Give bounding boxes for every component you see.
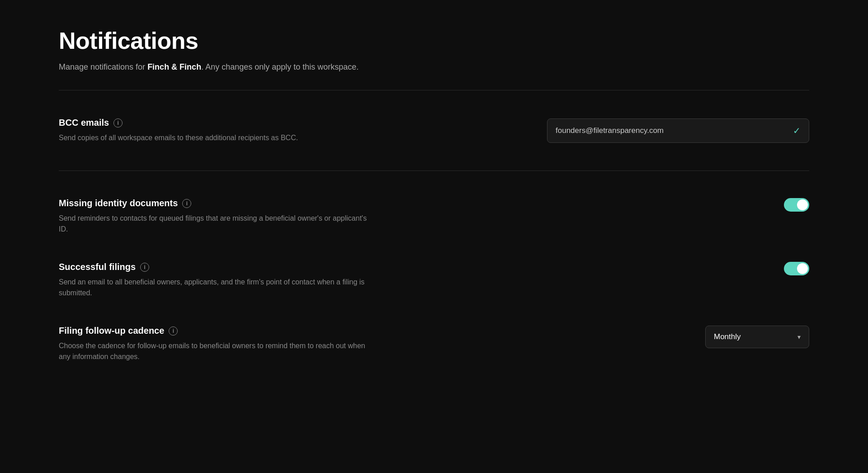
filing-cadence-description: Choose the cadence for follow-up emails … [59, 341, 375, 362]
subtitle-prefix: Manage notifications for [59, 62, 147, 71]
filing-cadence-info: Filing follow-up cadence i Choose the ca… [59, 326, 375, 362]
successful-filings-toggle-control [784, 262, 809, 275]
bcc-emails-control: founders@filetransparency.com ✓ [547, 118, 809, 143]
successful-filings-description: Send an email to all beneficial owners, … [59, 277, 375, 298]
bcc-emails-info: BCC emails i Send copies of all workspac… [59, 118, 375, 143]
bcc-email-input[interactable]: founders@filetransparency.com [556, 126, 788, 135]
bcc-emails-info-icon: i [113, 118, 123, 128]
filing-cadence-dropdown-control: Monthly ▾ [705, 326, 809, 348]
filing-cadence-section: Filing follow-up cadence i Choose the ca… [59, 312, 809, 376]
successful-filings-section: Successful filings i Send an email to al… [59, 248, 809, 312]
filing-cadence-label: Filing follow-up cadence [59, 326, 164, 336]
chevron-down-icon: ▾ [797, 333, 801, 341]
filing-cadence-title: Filing follow-up cadence i [59, 326, 375, 336]
bcc-emails-description: Send copies of all workspace emails to t… [59, 132, 375, 143]
subtitle-suffix: . Any changes only apply to this workspa… [201, 62, 359, 71]
check-icon: ✓ [793, 125, 801, 136]
successful-filings-toggle-thumb [797, 263, 808, 274]
successful-filings-info-icon: i [140, 263, 149, 272]
missing-identity-toggle-control [784, 198, 809, 212]
divider-1 [59, 170, 809, 171]
filing-cadence-dropdown[interactable]: Monthly ▾ [705, 326, 809, 348]
divider-top [59, 90, 809, 90]
missing-identity-description: Send reminders to contacts for queued fi… [59, 213, 375, 235]
missing-identity-title: Missing identity documents i [59, 198, 375, 208]
filing-cadence-selected: Monthly [714, 332, 741, 341]
successful-filings-label: Successful filings [59, 262, 136, 272]
missing-identity-toggle-track [784, 198, 809, 212]
missing-identity-label: Missing identity documents [59, 198, 178, 208]
filing-cadence-info-icon: i [169, 326, 178, 336]
bcc-email-input-wrapper[interactable]: founders@filetransparency.com ✓ [547, 118, 809, 143]
missing-identity-section: Missing identity documents i Send remind… [59, 184, 809, 248]
successful-filings-toggle-track [784, 262, 809, 275]
bcc-emails-section: BCC emails i Send copies of all workspac… [59, 104, 809, 157]
bcc-emails-label: BCC emails [59, 118, 109, 128]
successful-filings-title: Successful filings i [59, 262, 375, 272]
missing-identity-info-icon: i [182, 199, 191, 208]
workspace-name: Finch & Finch [147, 62, 201, 71]
missing-identity-info: Missing identity documents i Send remind… [59, 198, 375, 235]
missing-identity-toggle[interactable] [784, 198, 809, 212]
missing-identity-toggle-thumb [797, 199, 808, 210]
page-title: Notifications [59, 27, 809, 54]
page-subtitle: Manage notifications for Finch & Finch. … [59, 62, 809, 72]
successful-filings-toggle[interactable] [784, 262, 809, 275]
bcc-emails-title: BCC emails i [59, 118, 375, 128]
successful-filings-info: Successful filings i Send an email to al… [59, 262, 375, 298]
